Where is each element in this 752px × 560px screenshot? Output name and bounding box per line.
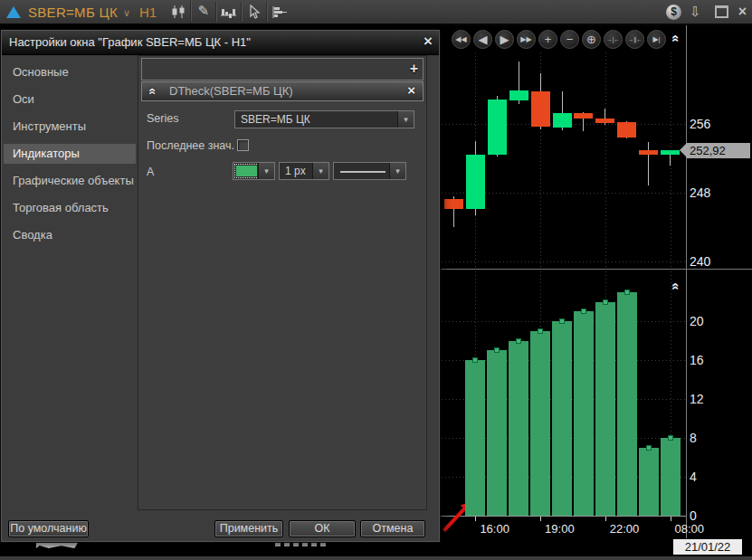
market-depth-icon[interactable]: [215, 2, 241, 22]
line-style-dropdown[interactable]: ▾: [333, 162, 406, 180]
indicator-bar: [595, 302, 615, 517]
indicator-bar: [487, 350, 507, 516]
levels-icon[interactable]: [266, 2, 291, 22]
window-bottom-edge: [0, 556, 752, 560]
indicator-bar-marker: [516, 338, 521, 344]
nav-zoom-in-button[interactable]: +: [538, 30, 557, 49]
nav-scroll-right-button[interactable]: ▶: [495, 30, 514, 49]
indicator-bar-marker: [472, 357, 478, 363]
indicator-axis-label: 8: [690, 431, 697, 445]
chevron-down-icon[interactable]: ▾: [397, 111, 414, 128]
candle: [661, 150, 680, 155]
gridline: [605, 52, 606, 268]
app-window: » » 252,92 21/01/22 ◀◀◀▶▶▶+−⊕→|←→∥←▶|256…: [0, 0, 752, 560]
time-axis-label: 16:00: [480, 522, 509, 536]
candle: [639, 150, 658, 156]
add-indicator-bar: +: [141, 58, 424, 81]
clipped-text-fragment: [36, 543, 78, 548]
indicator-bar: [661, 438, 681, 516]
nav-scroll-fast-right-button[interactable]: ▶▶: [517, 30, 536, 49]
indicator-bar: [639, 448, 659, 516]
nav-scroll-to-end-button[interactable]: ▶|: [647, 30, 666, 49]
chevron-down-icon[interactable]: ▾: [258, 163, 274, 179]
candle: [488, 100, 507, 155]
cursor-icon[interactable]: [241, 2, 266, 22]
price-axis-label: 256: [690, 117, 710, 131]
indicator-bar-marker: [538, 328, 543, 334]
chevron-down-icon[interactable]: ∨: [123, 7, 130, 19]
sidebar-item-graficheskie-obekty[interactable]: Графические объекты: [4, 171, 136, 191]
chevron-down-icon[interactable]: ▾: [389, 163, 405, 179]
sidebar-item-osi[interactable]: Оси: [4, 90, 136, 109]
download-arrow-icon[interactable]: ⇩: [690, 4, 701, 20]
time-axis-tick: [671, 517, 671, 521]
time-axis-tick: [475, 517, 476, 521]
indicator-header: DTheck(SBER=МБ ЦК): [141, 81, 424, 101]
sidebar-item-svodka[interactable]: Сводка: [4, 225, 136, 245]
time-axis-line: [441, 516, 686, 517]
sidebar-item-indikatory[interactable]: Индикаторы: [4, 144, 136, 164]
dialog-close-icon[interactable]: ×: [424, 33, 433, 50]
indicator-bar: [617, 292, 637, 516]
dollar-icon[interactable]: $: [666, 5, 681, 20]
apply-button[interactable]: Применить: [214, 520, 283, 537]
nav-compress-vertical-button[interactable]: →∥←: [625, 30, 644, 49]
last-value-checkbox[interactable]: [237, 139, 249, 151]
last-price-tag: 252,92: [687, 143, 750, 158]
draw-icon[interactable]: ✎: [190, 1, 215, 21]
indicator-bar: [530, 331, 550, 516]
candle: [595, 119, 614, 123]
series-label: Series: [147, 112, 178, 125]
close-icon[interactable]: ×: [738, 5, 747, 19]
collapse-indicator-panel-icon[interactable]: »: [667, 282, 681, 289]
timeframe-button[interactable]: H1: [139, 5, 157, 20]
candle: [574, 113, 593, 119]
series-dropdown[interactable]: SBER=МБ ЦК ▾: [234, 110, 414, 128]
ok-button[interactable]: ОК: [289, 520, 356, 537]
chevron-down-icon[interactable]: ▾: [312, 163, 328, 179]
indicator-axis-label: 0: [690, 508, 697, 523]
indicator-bar: [552, 321, 572, 516]
gridline: [442, 261, 685, 262]
indicator-bar: [509, 341, 528, 517]
nav-compress-horizontal-button[interactable]: →|←: [604, 30, 623, 49]
nav-zoom-out-button[interactable]: −: [560, 30, 579, 49]
series-value: SBER=МБ ЦК: [241, 113, 310, 126]
line-width-dropdown[interactable]: 1 px ▾: [279, 162, 329, 180]
default-button[interactable]: По умолчанию: [8, 520, 89, 537]
indicator-bar-marker: [624, 289, 630, 295]
color-dropdown[interactable]: ▾: [233, 162, 275, 180]
candle: [444, 199, 463, 209]
nav-zoom-region-button[interactable]: ⊕: [582, 30, 601, 49]
indicator-bar-marker: [494, 347, 500, 353]
symbol-selector[interactable]: SBER=МБ ЦК: [28, 5, 118, 20]
arrow-annotation[interactable]: [443, 507, 466, 532]
indicator-axis-label: 4: [690, 470, 697, 484]
sidebar-item-osnovnye[interactable]: Основные: [4, 62, 136, 82]
candle: [553, 113, 572, 128]
sidebar-item-torgovaya-oblast[interactable]: Торговая область: [4, 198, 136, 218]
price-axis-label: 240: [690, 254, 710, 269]
line-style-preview: [340, 171, 386, 173]
indicator-bar-marker: [581, 308, 586, 314]
minimize-icon[interactable]: [715, 5, 728, 18]
candle: [617, 122, 636, 138]
clipped-text-fragment: [275, 543, 326, 546]
color-swatch: [236, 166, 257, 176]
chart-type-icon[interactable]: [166, 2, 190, 22]
remove-indicator-icon[interactable]: ×: [407, 82, 415, 98]
collapse-price-panel-icon[interactable]: »: [667, 34, 681, 42]
cancel-button[interactable]: Отмена: [360, 520, 425, 537]
candle: [531, 91, 550, 127]
candle-wick: [648, 142, 649, 185]
indicator-bar-marker: [559, 318, 565, 324]
nav-scroll-left-button[interactable]: ◀: [473, 30, 492, 49]
candle: [509, 90, 528, 100]
nav-scroll-fast-left-button[interactable]: ◀◀: [452, 30, 471, 49]
add-indicator-button[interactable]: +: [410, 61, 418, 77]
indicator-bar: [465, 360, 485, 516]
collapse-indicator-icon[interactable]: »: [145, 88, 157, 95]
dialog-titlebar[interactable]: Настройки окна "График SBER=МБ ЦК - H1": [2, 31, 439, 55]
sidebar-item-instrumenty[interactable]: Инструменты: [4, 117, 136, 137]
indicator-axis-label: 20: [690, 314, 704, 328]
